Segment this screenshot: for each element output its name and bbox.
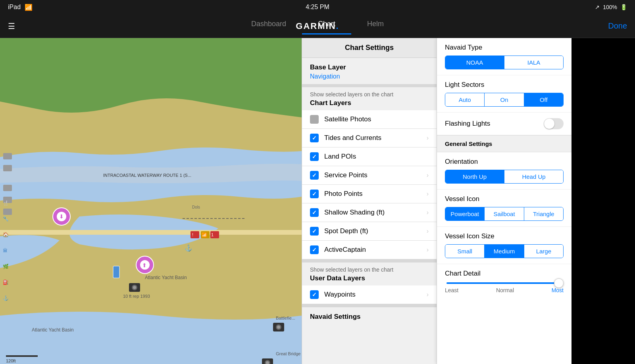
general-settings-header: General Settings xyxy=(437,135,572,152)
vessel-icon-label: Vessel Icon xyxy=(445,195,564,203)
status-time: 4:25 PM xyxy=(306,4,329,11)
orientation-label: Orientation xyxy=(445,158,564,166)
chart-detail-labels: Least Normal Most xyxy=(445,287,564,293)
hamburger-menu[interactable]: ☰ xyxy=(0,21,23,31)
check-service-points: ✓ xyxy=(312,172,317,178)
checkbox-spot-depth[interactable]: ✓ xyxy=(310,227,319,236)
general-settings-label: General Settings xyxy=(445,140,564,147)
battery-icon: 🔋 xyxy=(620,4,627,10)
layer-tides-label: Tides and Currents xyxy=(324,134,427,142)
layer-waypoints-label: Waypoints xyxy=(324,291,427,299)
chart-layers-header: Show selected layers on the chart xyxy=(302,87,437,99)
svg-text:🌿: 🌿 xyxy=(3,263,9,269)
svg-text:⬇: ⬇ xyxy=(59,213,64,220)
chevron-shallow-shading: › xyxy=(427,209,429,216)
chart-detail-track xyxy=(446,282,562,284)
map-area[interactable]: INTRACOASTAL WATERWAY ROUTE 1 (S... Dols… xyxy=(0,38,302,364)
check-active-captain: ✓ xyxy=(312,247,317,253)
checkbox-waypoints[interactable]: ✓ xyxy=(310,290,319,299)
checkbox-tides[interactable]: ✓ xyxy=(310,134,319,142)
vessel-triangle-btn[interactable]: Triangle xyxy=(524,207,563,220)
svg-text:🏛: 🏛 xyxy=(3,248,8,253)
layer-active-captain-label: ActiveCaptain xyxy=(324,246,427,254)
chart-layers-title: Chart Layers xyxy=(302,99,437,110)
layer-land-pois[interactable]: ✓ Land POIs xyxy=(302,148,437,166)
checkbox-service-points[interactable]: ✓ xyxy=(310,171,319,180)
vessel-sailboat-btn[interactable]: Sailboat xyxy=(485,207,524,220)
checkbox-photo-points[interactable]: ✓ xyxy=(310,190,319,198)
vessel-small-btn[interactable]: Small xyxy=(445,245,485,258)
svg-text:🍴: 🍴 xyxy=(3,200,9,206)
svg-text:Battlefie...: Battlefie... xyxy=(276,316,295,320)
svg-text:120ft: 120ft xyxy=(6,358,15,363)
panel-title: Chart Settings xyxy=(310,44,429,52)
divider-1 xyxy=(302,84,437,87)
user-data-title: User Data Layers xyxy=(302,274,437,285)
svg-rect-11 xyxy=(6,355,38,357)
tab-helm[interactable]: Helm xyxy=(351,14,400,34)
checkbox-land-pois[interactable]: ✓ xyxy=(310,152,319,161)
slider-least-label: Least xyxy=(445,287,458,293)
vessel-large-btn[interactable]: Large xyxy=(524,245,563,258)
panel-header: Chart Settings xyxy=(302,38,437,58)
orientation-north-btn[interactable]: North Up xyxy=(445,170,504,183)
svg-text:10 ft rep 1993: 10 ft rep 1993 xyxy=(123,294,150,299)
svg-rect-30 xyxy=(3,165,12,171)
vessel-icon-size-row: Vessel Icon Size Small Medium Large xyxy=(437,227,572,264)
chevron-photo-points: › xyxy=(427,190,429,197)
layer-spot-depth[interactable]: ✓ Spot Depth (ft) › xyxy=(302,222,437,241)
tab-dashboard[interactable]: Dashboard xyxy=(235,14,302,34)
vessel-medium-btn[interactable]: Medium xyxy=(485,245,524,258)
orientation-head-btn[interactable]: Head Up xyxy=(504,170,563,183)
svg-text:!: ! xyxy=(192,232,193,237)
layer-active-captain[interactable]: ✓ ActiveCaptain › xyxy=(302,241,437,259)
check-spot-depth: ✓ xyxy=(312,228,317,234)
navaid-settings-title: Navaid Settings xyxy=(302,307,437,322)
layer-tides[interactable]: ✓ Tides and Currents › xyxy=(302,129,437,148)
layer-shallow-shading[interactable]: ✓ Shallow Shading (ft) › xyxy=(302,203,437,222)
light-sectors-row: Light Sectors Auto On Off xyxy=(437,75,572,113)
svg-text:Atlantic Yacht Basin: Atlantic Yacht Basin xyxy=(32,327,74,333)
status-bar: iPad 📶 4:25 PM ↗ 100% 🔋 xyxy=(0,0,635,14)
layer-waypoints[interactable]: ✓ Waypoints › xyxy=(302,285,437,304)
svg-text:⚓: ⚓ xyxy=(3,295,9,301)
vessel-icon-row: Vessel Icon Powerboat Sailboat Triangle xyxy=(437,190,572,227)
svg-rect-33 xyxy=(3,209,12,215)
chart-settings-panel: Chart Settings Base Layer Navigation Sho… xyxy=(302,38,437,364)
layer-photo-points[interactable]: ✓ Photo Points › xyxy=(302,185,437,203)
check-land-pois: ✓ xyxy=(312,153,317,160)
flashing-lights-thumb xyxy=(544,119,554,129)
slider-normal-label: Normal xyxy=(496,287,514,293)
layer-land-pois-label: Land POIs xyxy=(324,153,429,161)
base-layer-value[interactable]: Navigation xyxy=(302,73,437,84)
garmin-logo: GARMIN. xyxy=(296,21,339,31)
chart-detail-thumb[interactable] xyxy=(554,278,564,288)
checkbox-satellite[interactable] xyxy=(310,115,319,124)
svg-text:Dols: Dols xyxy=(192,205,200,209)
check-waypoints: ✓ xyxy=(312,291,317,298)
chevron-active-captain: › xyxy=(427,246,429,253)
navaid-noaa-btn[interactable]: NOAA xyxy=(445,56,504,69)
light-sectors-off-btn[interactable]: Off xyxy=(524,93,563,106)
navaid-type-label: Navaid Type xyxy=(445,44,564,52)
navaid-type-row: Navaid Type NOAA IALA xyxy=(437,38,572,75)
svg-rect-19 xyxy=(113,266,119,278)
checkbox-shallow-shading[interactable]: ✓ xyxy=(310,208,319,217)
svg-text:🏠: 🏠 xyxy=(3,232,9,238)
svg-point-25 xyxy=(277,326,280,329)
vessel-powerboat-btn[interactable]: Powerboat xyxy=(445,207,485,220)
main-content: INTRACOASTAL WATERWAY ROUTE 1 (S... Dols… xyxy=(0,38,635,364)
layer-photo-points-label: Photo Points xyxy=(324,190,427,198)
checkbox-active-captain[interactable]: ✓ xyxy=(310,245,319,254)
navaid-iala-btn[interactable]: IALA xyxy=(504,56,563,69)
light-sectors-auto-btn[interactable]: Auto xyxy=(445,93,485,106)
chevron-spot-depth: › xyxy=(427,228,429,235)
svg-text:⬆: ⬆ xyxy=(142,262,147,268)
chevron-tides: › xyxy=(427,134,429,142)
done-button[interactable]: Done xyxy=(608,21,627,31)
flashing-lights-toggle[interactable] xyxy=(544,118,564,129)
layer-service-points[interactable]: ✓ Service Points › xyxy=(302,166,437,185)
layer-satellite[interactable]: Satellite Photos xyxy=(302,110,437,129)
check-shallow-shading: ✓ xyxy=(312,209,317,216)
light-sectors-on-btn[interactable]: On xyxy=(485,93,524,106)
